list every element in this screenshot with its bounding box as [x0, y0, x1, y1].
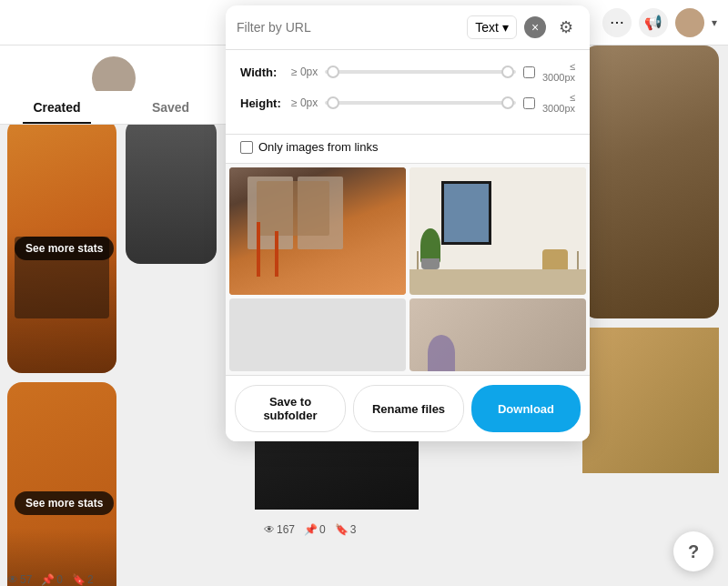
width-slider-row: Width: ≥ 0px ≤ 3000px	[240, 61, 575, 83]
eye-icon-2: 👁	[7, 573, 18, 586]
filter-overlay-panel: Text ▾ × ⚙ Width: ≥ 0px ≤ 3000px Height:…	[226, 5, 590, 441]
grid-image-building[interactable]	[229, 167, 406, 295]
filter-type-select[interactable]: Text ▾	[467, 15, 517, 39]
only-images-checkbox[interactable]	[240, 141, 253, 154]
height-slider-row: Height: ≥ 0px ≤ 3000px	[240, 92, 575, 114]
tab-saved[interactable]: Saved	[114, 91, 228, 124]
filter-close-button[interactable]: ×	[524, 16, 546, 38]
width-slider-handle-left[interactable]	[327, 66, 339, 78]
height-slider-track[interactable]	[325, 101, 516, 105]
chevron-down-icon[interactable]: ▾	[712, 16, 717, 29]
pin-saves-bottom: 🔖 3	[335, 523, 357, 536]
pin-stats-bottom: 👁 167 📌 0 🔖 3	[264, 523, 356, 536]
repin-icon-bottom: 📌	[304, 523, 318, 536]
pin-repins-bottom: 📌 0	[304, 523, 326, 536]
pin-grid: See more stats 👁 72 📌 0 🔖 0 See more sta…	[0, 118, 228, 586]
pin-views-bottom: 👁 167	[264, 523, 295, 536]
only-images-label: Only images from links	[258, 140, 378, 154]
filter-url-input[interactable]	[237, 20, 460, 35]
height-max-value: ≤ 3000px	[542, 92, 575, 114]
filter-type-label: Text	[475, 20, 499, 35]
only-images-row: Only images from links	[226, 135, 590, 164]
download-button[interactable]: Download	[471, 385, 581, 432]
pin-repins-2: 📌 0	[41, 573, 63, 586]
save-icon-2: 🔖	[72, 573, 86, 586]
help-button[interactable]: ?	[673, 531, 713, 571]
height-slider-handle-right[interactable]	[501, 96, 514, 109]
grid-image-placeholder-1[interactable]	[229, 298, 406, 371]
grid-image-partial[interactable]	[410, 298, 586, 371]
sliders-section: Width: ≥ 0px ≤ 3000px Height: ≥ 0px ≤ 30…	[226, 50, 590, 135]
nav-icons: ⋯ 📢 ▾	[602, 8, 717, 37]
see-more-stats-btn-1[interactable]: See more stats	[15, 237, 114, 260]
action-buttons: Save to subfolder Rename files Download	[226, 375, 590, 441]
rename-files-button[interactable]: Rename files	[353, 385, 464, 432]
pin-card-dark[interactable]	[126, 118, 217, 264]
pin-card-orange-2[interactable]	[7, 382, 116, 586]
width-label: Width:	[240, 66, 284, 79]
repin-icon-2: 📌	[41, 573, 55, 586]
eye-icon-bottom: 👁	[264, 523, 275, 536]
grid-image-interior[interactable]	[410, 167, 586, 295]
width-min-value: ≥ 0px	[291, 66, 318, 78]
pin-card-bottles[interactable]	[582, 328, 719, 473]
width-max-value: ≤ 3000px	[542, 61, 575, 83]
tab-created[interactable]: Created	[0, 91, 114, 124]
pin-views-2: 👁 57	[7, 573, 32, 586]
pin-stats-2: 👁 57 📌 0 🔖 2	[7, 573, 94, 586]
width-slider-track[interactable]	[325, 70, 516, 74]
save-icon-bottom: 🔖	[335, 523, 349, 536]
tabs-bar: Created Saved	[0, 91, 228, 125]
chat-icon-btn[interactable]: ⋯	[602, 8, 632, 37]
pin-card-right-top[interactable]	[582, 45, 719, 318]
select-chevron-icon: ▾	[502, 20, 509, 35]
height-label: Height:	[240, 96, 284, 110]
width-slider-handle-right[interactable]	[501, 66, 514, 78]
megaphone-icon-btn[interactable]: 📢	[639, 8, 668, 37]
filter-bar: Text ▾ × ⚙	[226, 5, 590, 50]
height-slider-handle-left[interactable]	[327, 96, 339, 109]
height-checkbox-wrap	[523, 97, 535, 109]
image-grid	[226, 164, 590, 375]
save-subfolder-button[interactable]: Save to subfolder	[235, 385, 346, 432]
see-more-stats-btn-2[interactable]: See more stats	[15, 491, 114, 515]
height-max-checkbox[interactable]	[523, 97, 535, 109]
filter-settings-button[interactable]: ⚙	[553, 15, 579, 40]
pin-saves-2: 🔖 2	[72, 573, 94, 586]
width-checkbox-wrap	[523, 66, 535, 78]
height-min-value: ≥ 0px	[291, 96, 318, 109]
user-avatar[interactable]	[675, 8, 704, 37]
width-max-checkbox[interactable]	[523, 66, 535, 78]
